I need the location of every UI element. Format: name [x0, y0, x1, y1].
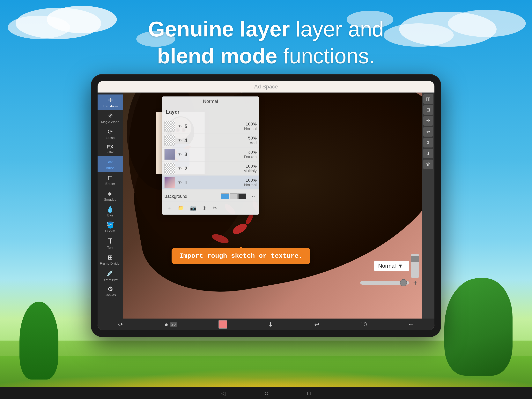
tool-magic-wand-label: Magic Wand	[101, 120, 119, 124]
blend-scroll-thumb[interactable]	[411, 256, 419, 262]
undo-btn[interactable]: ↩	[310, 320, 323, 329]
page-number-btn[interactable]: 10	[356, 320, 371, 329]
headline-bold-2: blend mode	[157, 44, 277, 68]
tool-eraser-label: Eraser	[105, 182, 115, 186]
tooltip-text: Import rough sketch or texture.	[179, 252, 303, 260]
layer-cut-button[interactable]: ✂	[211, 204, 218, 212]
layer-row-3[interactable]: 👁 3 30% Darken	[162, 148, 259, 161]
background-row[interactable]: Background ⋯	[162, 191, 259, 201]
tool-smudge[interactable]: ◈ Smudge	[98, 188, 123, 204]
android-home-btn[interactable]: ○	[265, 389, 269, 397]
color-picker-btn[interactable]	[215, 319, 231, 330]
layer-visibility-5[interactable]: 👁	[177, 124, 182, 129]
tool-filter[interactable]: FX Filter	[98, 142, 123, 156]
layer-visibility-2[interactable]: 👁	[177, 166, 182, 171]
background-colors	[221, 193, 246, 199]
tool-smudge-label: Smudge	[104, 198, 116, 202]
tool-text-label: Text	[107, 246, 113, 250]
tool-brush[interactable]: ✏ Brush	[98, 156, 123, 172]
blend-mode-bar: Normal ▼	[374, 254, 419, 278]
layer-visibility-3[interactable]: 👁	[177, 152, 182, 157]
layer-panel[interactable]: Normal Layer 👁 5 100% Normal	[162, 97, 259, 215]
layer-blend-3: Darken	[193, 155, 257, 159]
blend-mode-dropdown[interactable]: Normal ▼	[374, 261, 409, 271]
brush-size-btn[interactable]: ● 20	[160, 320, 181, 329]
tablet-screen: Ad Space ✛ Transform ✳ Magic Wand ⟳	[98, 81, 434, 330]
text-icon: T	[108, 237, 112, 245]
tool-bucket-label: Bucket	[105, 229, 115, 233]
background-label: Background	[164, 194, 219, 199]
smudge-icon: ◈	[108, 190, 113, 197]
tool-magic-wand[interactable]: ✳ Magic Wand	[98, 110, 123, 126]
opacity-add-button[interactable]: ＋	[412, 278, 419, 287]
download-btn[interactable]: ⬇	[264, 320, 277, 329]
headline-bold-1: Genuine layer	[148, 17, 290, 41]
opacity-track[interactable]	[360, 281, 409, 285]
android-recent-btn[interactable]: □	[307, 390, 311, 396]
tool-filter-label: Filter	[107, 150, 114, 154]
tool-bucket[interactable]: 🪣 Bucket	[98, 219, 123, 235]
layer-visibility-4[interactable]: 👁	[177, 138, 182, 143]
blur-icon: 💧	[106, 206, 114, 213]
ad-space-bar: Ad Space	[98, 81, 434, 93]
layer-row-4[interactable]: 👁 4 50% Add	[162, 134, 259, 148]
layer-num-3: 3	[184, 151, 190, 158]
bg-color-gray[interactable]	[230, 193, 238, 199]
android-back-btn[interactable]: ◁	[221, 390, 226, 396]
tool-lasso[interactable]: ⟳ Lasso	[98, 126, 123, 142]
right-trees	[444, 278, 513, 376]
layer-add-button[interactable]: ＋	[165, 204, 173, 212]
layer-thumb-5	[164, 121, 175, 132]
tool-brush-label: Brush	[106, 166, 114, 170]
layer-merge-button[interactable]: ⊕	[201, 204, 208, 212]
headline-regular-1: layer and	[296, 17, 384, 41]
tool-transform[interactable]: ✛ Transform	[98, 95, 123, 110]
tool-frame-divider[interactable]: ⊞ Frame Divider	[98, 252, 123, 268]
blend-mode-arrow: ▼	[398, 263, 403, 269]
headline: Genuine layer layer and blend mode funct…	[0, 16, 532, 69]
layer-row-1[interactable]: 👁 1 100% Normal	[162, 175, 259, 190]
layer-opacity-3: 30%	[193, 150, 257, 155]
layer-blend-5: Normal	[193, 127, 257, 131]
layer-folder-button[interactable]: 📁	[176, 204, 186, 212]
canvas-area[interactable]: Normal Layer 👁 5 100% Normal	[123, 93, 434, 319]
tool-eyedropper-label: Eyedropper	[102, 277, 119, 281]
layer-num-4: 4	[184, 137, 190, 144]
download-icon: ⬇	[268, 321, 273, 328]
layer-info-1: 100% Normal	[193, 178, 257, 187]
lasso-tool-bottom[interactable]: ⟳	[114, 320, 127, 329]
layer-info-4: 50% Add	[193, 135, 257, 145]
canvas-icon: ⚙	[108, 285, 113, 293]
layer-camera-button[interactable]: 📷	[189, 204, 198, 212]
tool-text[interactable]: T Text	[98, 235, 123, 252]
layer-blend-1: Normal	[193, 183, 257, 187]
tool-eraser[interactable]: ◻ Eraser	[98, 172, 123, 188]
layer-row-2[interactable]: 👁 2 100% Multiply	[162, 161, 259, 175]
android-nav-bar: ◁ ○ □	[0, 387, 532, 399]
bg-more-button[interactable]: ⋯	[248, 193, 257, 199]
eraser-icon: ◻	[108, 174, 113, 181]
bucket-icon: 🪣	[106, 221, 114, 229]
brush-size-value: 20	[170, 322, 177, 327]
layer-row-5[interactable]: 👁 5 100% Normal	[162, 119, 259, 134]
frame-divider-icon: ⊞	[108, 254, 113, 261]
ad-space-label: Ad Space	[254, 84, 278, 90]
eyedropper-icon: 💉	[106, 270, 114, 277]
tool-eyedropper[interactable]: 💉 Eyedropper	[98, 268, 123, 283]
tool-canvas[interactable]: ⚙ Canvas	[98, 283, 123, 299]
layer-thumb-4	[164, 135, 175, 146]
layer-opacity-1: 100%	[193, 178, 257, 183]
layer-visibility-1[interactable]: 👁	[177, 180, 182, 185]
back-btn[interactable]: ←	[404, 320, 418, 329]
layer-opacity-5: 100%	[193, 122, 257, 127]
bg-color-blue[interactable]	[221, 193, 229, 199]
blend-mode-scrollbar[interactable]	[411, 254, 419, 278]
bg-color-dark[interactable]	[238, 193, 246, 199]
opacity-knob[interactable]	[400, 279, 407, 286]
left-toolbar: ✛ Transform ✳ Magic Wand ⟳ Lasso FX Filt…	[98, 93, 123, 319]
lasso-icon: ⟳	[108, 128, 113, 135]
tool-blur[interactable]: 💧 Blur	[98, 204, 123, 219]
tablet-device: Ad Space ✛ Transform ✳ Magic Wand ⟳	[91, 74, 441, 337]
active-color-swatch[interactable]	[218, 320, 227, 329]
tool-frame-divider-label: Frame Divider	[100, 262, 121, 265]
